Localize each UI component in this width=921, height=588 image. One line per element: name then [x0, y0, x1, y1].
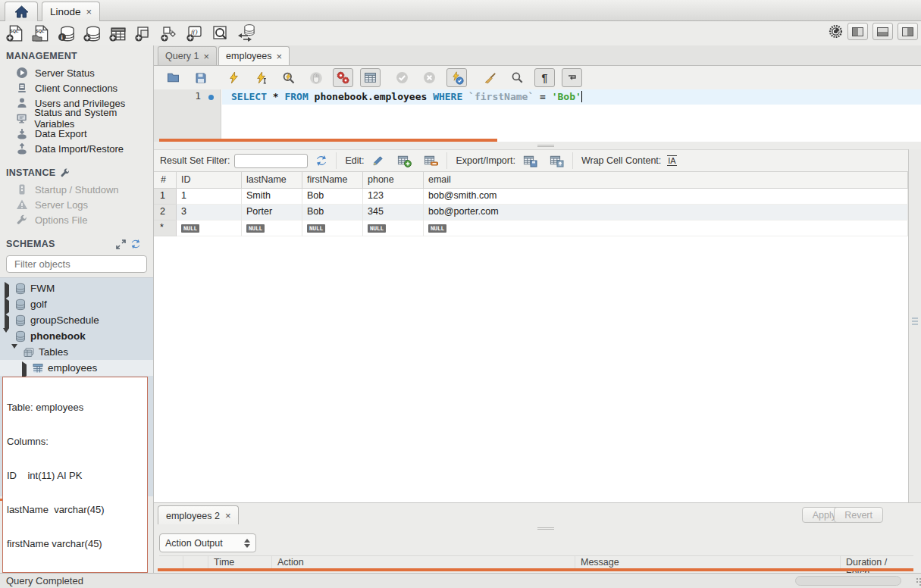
cell-lastname[interactable]: Porter — [242, 205, 302, 220]
tab-employees-2[interactable]: employees 2 × — [158, 505, 239, 525]
insert-record-icon[interactable] — [397, 155, 412, 167]
expand-arrow-icon[interactable] — [3, 285, 11, 292]
cell-null[interactable]: NULL — [302, 220, 363, 236]
tree-item-table-employees[interactable]: employees — [0, 360, 153, 376]
toggle-stop-on-error-button[interactable] — [333, 68, 353, 87]
horizontal-scrollbar-thumb[interactable] — [795, 576, 901, 586]
output-col-time[interactable]: Time — [208, 556, 272, 568]
resize-grip-icon[interactable] — [916, 578, 918, 580]
column-header-phone[interactable]: phone — [363, 172, 424, 188]
stop-button[interactable] — [305, 68, 326, 87]
output-col-duration[interactable]: Duration / Fetch — [841, 556, 913, 568]
edit-record-icon[interactable] — [371, 155, 385, 167]
reconnect-dbms-icon[interactable] — [235, 23, 258, 44]
close-icon[interactable]: × — [203, 51, 209, 62]
sidebar-item-server-status[interactable]: Server Status — [0, 65, 153, 80]
rollback-button[interactable] — [419, 68, 440, 87]
toggle-left-sidebar-button[interactable] — [847, 23, 868, 40]
column-header-firstname[interactable]: firstName — [302, 172, 363, 188]
create-function-icon[interactable]: f() — [183, 23, 206, 44]
output-splitter[interactable] — [154, 524, 921, 532]
revert-button[interactable]: Revert — [834, 507, 883, 523]
toggle-wrap-button[interactable] — [562, 68, 582, 87]
tree-item-schema-phonebook[interactable]: phonebook — [0, 328, 153, 344]
beautify-button[interactable] — [480, 68, 500, 87]
execute-button[interactable] — [224, 68, 244, 87]
cell-phone[interactable]: 345 — [363, 205, 424, 220]
refresh-results-icon[interactable] — [315, 155, 327, 167]
output-col-message[interactable]: Message — [575, 556, 841, 568]
sidebar-item-server-logs[interactable]: Server Logs — [0, 197, 153, 212]
show-invisibles-button[interactable]: ¶ — [534, 68, 555, 87]
cell-phone[interactable]: 123 — [363, 189, 424, 205]
open-script-button[interactable] — [163, 68, 183, 87]
column-header-id[interactable]: ID — [177, 172, 242, 188]
create-view-icon[interactable] — [132, 23, 155, 44]
collapsed-right-panel[interactable] — [908, 149, 921, 502]
connection-tab[interactable]: Linode × — [42, 2, 100, 21]
collapse-arrow-icon[interactable] — [3, 333, 11, 340]
column-header-rownum[interactable]: # — [154, 172, 177, 188]
column-header-email[interactable]: email — [424, 172, 908, 188]
schema-inspector-icon[interactable]: i — [55, 23, 77, 44]
toggle-bottom-panel-button[interactable] — [872, 23, 893, 40]
tree-item-schema[interactable]: golf — [0, 296, 153, 312]
close-icon[interactable]: × — [277, 51, 283, 62]
output-type-dropdown[interactable]: Action Output — [159, 533, 256, 552]
expand-arrow-icon[interactable] — [3, 317, 11, 324]
cell-lastname[interactable]: Smith — [242, 189, 302, 205]
sidebar-item-options-file[interactable]: Options File — [0, 212, 153, 227]
search-table-data-icon[interactable] — [209, 23, 232, 44]
create-stored-procedure-icon[interactable] — [158, 23, 180, 44]
close-icon[interactable]: × — [86, 6, 92, 17]
cell-null[interactable]: NULL — [424, 220, 908, 236]
collapse-arrow-icon[interactable] — [11, 349, 19, 356]
expand-arrow-icon[interactable] — [20, 364, 28, 372]
row-number[interactable]: 1 — [154, 189, 177, 205]
export-recordset-icon[interactable] — [523, 155, 537, 167]
cell-id[interactable]: 1 — [177, 189, 242, 205]
new-sql-tab-icon[interactable]: SQL — [3, 23, 26, 44]
find-button[interactable] — [507, 68, 528, 87]
create-table-icon[interactable] — [106, 23, 129, 44]
close-icon[interactable]: × — [225, 510, 231, 521]
row-number[interactable]: 2 — [154, 205, 177, 220]
toggle-autocommit-button[interactable] — [446, 68, 467, 87]
delete-record-icon[interactable] — [424, 155, 438, 167]
tree-item-schema[interactable]: FWM — [0, 280, 153, 296]
toggle-right-sidebar-button[interactable] — [898, 23, 918, 40]
sidebar-item-startup-shutdown[interactable]: Startup / Shutdown — [0, 182, 153, 197]
cell-email[interactable]: bob@smith.com — [424, 189, 908, 205]
import-records-icon[interactable] — [550, 155, 564, 167]
sql-code-line[interactable]: SELECT * FROM phonebook.employees WHERE … — [231, 91, 582, 102]
commit-button[interactable] — [392, 68, 412, 87]
open-sql-script-icon[interactable]: SQL — [29, 23, 52, 44]
cell-email[interactable]: bob@porter.com — [424, 205, 908, 220]
sql-editor[interactable]: 1 SELECT * FROM phonebook.employees WHER… — [154, 89, 921, 142]
limit-rows-button[interactable] — [360, 68, 381, 87]
column-header-lastname[interactable]: lastName — [242, 172, 302, 188]
cell-null[interactable]: NULL — [177, 220, 242, 236]
tree-item-schema[interactable]: groupSchedule — [0, 312, 153, 328]
result-filter-input[interactable] — [234, 154, 308, 168]
wrap-cell-content-icon[interactable]: IA — [667, 155, 676, 166]
tab-query-1[interactable]: Query 1 × — [158, 46, 217, 65]
sidebar-item-client-connections[interactable]: Client Connections — [0, 80, 153, 95]
home-tab[interactable] — [5, 2, 38, 21]
new-row-marker[interactable]: * — [154, 220, 177, 236]
editor-results-splitter[interactable] — [154, 142, 921, 149]
output-col-action[interactable]: Action — [272, 556, 575, 568]
refresh-schemas-icon[interactable] — [130, 239, 141, 249]
cell-null[interactable]: NULL — [363, 220, 424, 236]
cell-id[interactable]: 3 — [177, 205, 242, 220]
execute-current-button[interactable] — [251, 68, 271, 87]
expand-arrow-icon[interactable] — [3, 301, 11, 308]
tree-item-tables[interactable]: Tables — [0, 344, 153, 360]
sidebar-item-data-import[interactable]: Data Import/Restore — [0, 141, 153, 156]
create-schema-icon[interactable] — [80, 23, 103, 44]
cell-firstname[interactable]: Bob — [302, 189, 363, 205]
cell-firstname[interactable]: Bob — [302, 205, 363, 220]
schema-filter-input[interactable] — [14, 258, 148, 270]
save-script-button[interactable] — [190, 68, 211, 87]
sidebar-item-status-variables[interactable]: Status and System Variables — [0, 111, 153, 126]
